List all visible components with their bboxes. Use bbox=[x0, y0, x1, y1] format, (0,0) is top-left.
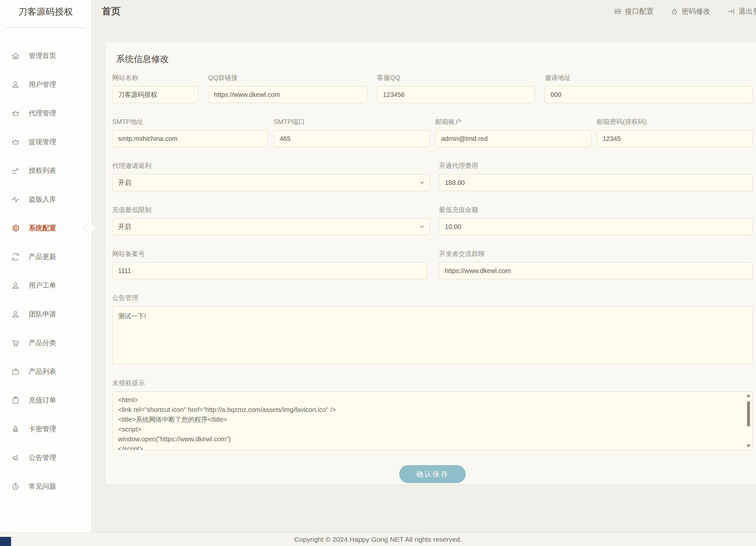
crown-icon bbox=[11, 138, 20, 146]
sidebar-item-team-application[interactable]: 团队申请 bbox=[0, 300, 91, 328]
gear-icon bbox=[11, 224, 20, 233]
sidebar-item-withdraw-management[interactable]: 提现管理 bbox=[0, 128, 91, 156]
sidebar-item-label: 公告管理 bbox=[29, 453, 56, 462]
save-button[interactable]: 确认保存 bbox=[399, 465, 466, 483]
sidebar-item-label: 系统配置 bbox=[29, 223, 56, 233]
sidebar-item-product-list[interactable]: 产品列表 bbox=[0, 357, 91, 386]
field-label: 邮箱密码(授权码) bbox=[597, 117, 753, 126]
unauthorized-notice-textarea[interactable] bbox=[113, 392, 744, 450]
smtp-port-input[interactable] bbox=[274, 130, 430, 147]
agent-fee-input[interactable] bbox=[439, 174, 753, 191]
agent-rebate-select[interactable]: 开启 bbox=[112, 174, 430, 191]
form-row: 代理邀请返利 开启 开通代理费用 bbox=[112, 161, 753, 191]
field-label: 邮箱账户 bbox=[435, 117, 591, 126]
announcement-textarea[interactable] bbox=[112, 306, 753, 364]
field-label: 邀请地址 bbox=[545, 73, 753, 82]
scroll-up-arrow-icon[interactable] bbox=[747, 394, 750, 397]
page-title: 首页 bbox=[102, 5, 121, 18]
field-label: 开发者交流群聊 bbox=[439, 250, 753, 258]
form-row: 充值最低限制 开启 最低充值金额 bbox=[112, 205, 753, 235]
stopwatch-icon bbox=[11, 482, 20, 491]
sidebar-item-product-category[interactable]: 产品分类 bbox=[0, 328, 91, 357]
user-icon bbox=[11, 80, 20, 89]
sidebar-menu: 管理首页 用户管理 代理管理 提现管理 授权列表 盗版入库 系统配置 产品更新 … bbox=[0, 41, 91, 501]
sidebar-item-label: 管理首页 bbox=[29, 51, 56, 60]
field-label: 网站备案号 bbox=[112, 250, 427, 258]
chevron-down-icon bbox=[419, 179, 425, 186]
recharge-min-input[interactable] bbox=[439, 218, 753, 235]
mail-account-input[interactable] bbox=[435, 130, 591, 147]
sidebar-item-agent-management[interactable]: 代理管理 bbox=[0, 99, 91, 128]
lock-icon bbox=[671, 8, 678, 15]
sidebar-item-recharge-orders[interactable]: 充值订单 bbox=[0, 386, 91, 415]
system-info-card: 系统信息修改 网站名称 QQ群链接 客服QQ 邀请地址 SMTP地址 SMTP端… bbox=[105, 42, 756, 485]
user-icon bbox=[11, 281, 20, 290]
field-label: 网站名称 bbox=[112, 73, 198, 82]
copyright-text: Copyright © 2024.Happy Gong NET All righ… bbox=[294, 536, 462, 543]
sidebar-item-label: 盗版入库 bbox=[29, 195, 56, 204]
bottom-left-accent bbox=[0, 537, 11, 546]
home-icon bbox=[11, 52, 20, 60]
form-row: SMTP地址 SMTP端口 邮箱账户 邮箱密码(授权码) bbox=[112, 117, 753, 147]
developer-group-input[interactable] bbox=[439, 262, 753, 279]
sidebar-item-label: 产品列表 bbox=[29, 367, 56, 376]
sidebar-item-announcement-management[interactable]: 公告管理 bbox=[0, 443, 91, 472]
sidebar-item-system-config[interactable]: 系统配置 bbox=[0, 214, 91, 242]
sidebar-item-user-management[interactable]: 用户管理 bbox=[0, 70, 91, 99]
icp-number-input[interactable] bbox=[112, 262, 427, 279]
select-value: 开启 bbox=[118, 178, 131, 187]
header-action-label: 退出登录 bbox=[738, 7, 756, 16]
field-label: 客服QQ bbox=[377, 73, 535, 82]
unauthorized-notice-box bbox=[112, 391, 753, 450]
smtp-host-input[interactable] bbox=[112, 130, 268, 147]
sidebar-item-license-list[interactable]: 授权列表 bbox=[0, 156, 91, 185]
scrollbar-thumb[interactable] bbox=[747, 401, 750, 427]
form-row: 网站名称 QQ群链接 客服QQ 邀请地址 bbox=[112, 73, 753, 103]
sidebar-item-label: 产品更新 bbox=[29, 252, 56, 261]
sidebar-item-label: 团队申请 bbox=[29, 310, 56, 319]
activity-icon bbox=[11, 195, 20, 204]
form-row: 公告管理 bbox=[112, 294, 753, 364]
api-config-button[interactable]: 接口配置 bbox=[614, 7, 654, 16]
sidebar-item-label: 代理管理 bbox=[29, 109, 56, 118]
footer: Copyright © 2024.Happy Gong NET All righ… bbox=[0, 532, 756, 546]
sidebar-item-user-tickets[interactable]: 用户工单 bbox=[0, 271, 91, 300]
invite-address-input[interactable] bbox=[545, 86, 753, 103]
logout-icon bbox=[727, 8, 735, 15]
field-label: 代理邀请返利 bbox=[112, 161, 430, 170]
password-change-button[interactable]: 密码修改 bbox=[671, 7, 710, 16]
form-row: 网站备案号 开发者交流群聊 bbox=[112, 250, 753, 279]
stamp-icon bbox=[11, 425, 20, 433]
sidebar-item-product-update[interactable]: 产品更新 bbox=[0, 242, 91, 271]
header-action-label: 密码修改 bbox=[682, 7, 710, 16]
briefcase-icon bbox=[11, 367, 20, 376]
qq-group-link-input[interactable] bbox=[208, 86, 367, 103]
scroll-down-arrow-icon[interactable] bbox=[747, 445, 750, 447]
sidebar-item-label: 提现管理 bbox=[29, 137, 56, 146]
form-title: 系统信息修改 bbox=[116, 53, 753, 65]
site-name-input[interactable] bbox=[112, 86, 198, 103]
field-label: 未授权提示 bbox=[112, 379, 753, 387]
refresh-icon bbox=[11, 252, 20, 261]
api-config-icon bbox=[614, 8, 622, 15]
sidebar-item-label: 充值订单 bbox=[29, 396, 56, 405]
header-action-label: 接口配置 bbox=[625, 7, 654, 16]
field-label: 最低充值金额 bbox=[439, 205, 753, 214]
recharge-limit-select[interactable]: 开启 bbox=[112, 218, 430, 235]
field-label: SMTP地址 bbox=[112, 117, 268, 126]
field-label: SMTP端口 bbox=[274, 117, 430, 126]
field-label: 充值最低限制 bbox=[112, 205, 430, 214]
textarea-scrollbar[interactable] bbox=[746, 393, 751, 449]
sidebar-item-faq[interactable]: 常见问题 bbox=[0, 472, 91, 501]
sidebar-item-label: 产品分类 bbox=[29, 338, 56, 347]
sidebar-item-admin-home[interactable]: 管理首页 bbox=[0, 41, 91, 70]
mail-password-input[interactable] bbox=[597, 130, 753, 147]
service-qq-input[interactable] bbox=[377, 86, 535, 103]
chevron-down-icon bbox=[419, 223, 425, 230]
sidebar-item-card-key-management[interactable]: 卡密管理 bbox=[0, 415, 91, 443]
field-label: 开通代理费用 bbox=[439, 161, 753, 170]
sidebar-item-pirate-records[interactable]: 盗版入库 bbox=[0, 185, 91, 214]
top-header: 首页 接口配置 密码修改 退出登录 bbox=[92, 0, 756, 23]
megaphone-icon bbox=[11, 453, 20, 462]
logout-button[interactable]: 退出登录 bbox=[727, 7, 756, 16]
